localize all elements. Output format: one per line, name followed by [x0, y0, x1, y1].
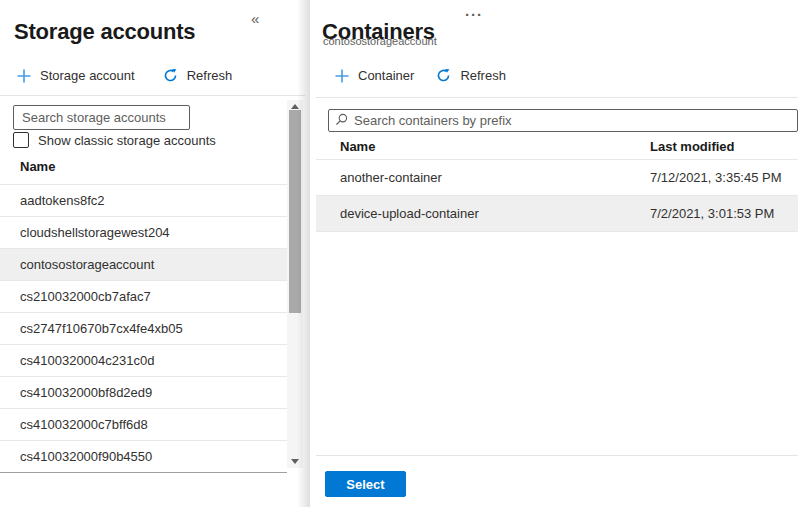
refresh-storage-accounts-button[interactable]: Refresh [161, 64, 235, 87]
storage-account-row[interactable]: cs410032000f90b4550 [0, 441, 287, 472]
refresh-icon [436, 68, 451, 83]
container-search-input[interactable] [354, 113, 791, 128]
container-search-box [328, 109, 798, 132]
storage-accounts-panel: Storage accounts « Storage account Refre… [0, 0, 310, 507]
refresh-containers-button[interactable]: Refresh [434, 64, 508, 87]
containers-table-header: Name Last modified [316, 132, 798, 160]
search-icon [335, 112, 354, 130]
plus-icon [17, 69, 31, 83]
more-options-icon[interactable]: ··· [465, 6, 483, 23]
select-button[interactable]: Select [325, 471, 406, 497]
add-container-label: Container [358, 68, 414, 83]
containers-subtitle: contosostorageaccount [323, 35, 437, 47]
container-last-modified: 7/2/2021, 3:01:53 PM [650, 196, 774, 231]
toolbar-divider [0, 95, 305, 96]
container-name: device-upload-container [340, 196, 479, 231]
storage-account-row[interactable]: aadtokens8fc2 [0, 185, 287, 217]
show-classic-checkbox[interactable] [13, 132, 29, 148]
container-row[interactable]: another-container 7/12/2021, 3:35:45 PM [316, 160, 798, 196]
toolbar-divider [316, 97, 798, 98]
collapse-panel-icon[interactable]: « [251, 10, 259, 27]
footer-divider [316, 455, 798, 456]
scroll-down-arrow-icon[interactable] [287, 454, 303, 468]
containers-toolbar: Container Refresh [333, 64, 508, 87]
refresh-icon [163, 68, 178, 83]
left-list-scrollbar[interactable] [287, 100, 303, 468]
container-name: another-container [340, 160, 442, 195]
refresh-storage-accounts-label: Refresh [187, 68, 233, 83]
refresh-containers-label: Refresh [460, 68, 506, 83]
storage-accounts-list: aadtokens8fc2 cloudshellstoragewest204 c… [0, 184, 287, 473]
storage-account-search-input[interactable] [13, 105, 190, 130]
plus-icon [335, 69, 349, 83]
storage-account-row[interactable]: cs410032000bf8d2ed9 [0, 377, 287, 409]
name-column-header: Name [20, 159, 55, 174]
storage-account-row[interactable]: cs210032000cb7afac7 [0, 281, 287, 313]
storage-account-row[interactable]: cloudshellstoragewest204 [0, 217, 287, 249]
container-row-selected[interactable]: device-upload-container 7/2/2021, 3:01:5… [316, 196, 798, 232]
name-column-header: Name [340, 139, 375, 154]
storage-account-row-selected[interactable]: contosostorageaccount [0, 249, 287, 281]
container-last-modified: 7/12/2021, 3:35:45 PM [650, 160, 782, 195]
containers-table: another-container 7/12/2021, 3:35:45 PM … [316, 160, 798, 232]
add-container-button[interactable]: Container [333, 64, 416, 87]
show-classic-label: Show classic storage accounts [38, 133, 216, 148]
containers-panel: Containers ··· contosostorageaccount Con… [310, 0, 798, 507]
storage-account-row[interactable]: cs2747f10670b7cx4fe4xb05 [0, 313, 287, 345]
azure-storage-picker: Storage accounts « Storage account Refre… [0, 0, 798, 507]
storage-account-row[interactable]: cs4100320004c231c0d [0, 345, 287, 377]
scrollbar-thumb[interactable] [289, 110, 301, 313]
storage-accounts-title: Storage accounts [14, 19, 195, 45]
last-modified-column-header: Last modified [650, 139, 735, 154]
add-storage-account-button[interactable]: Storage account [15, 64, 137, 87]
storage-accounts-toolbar: Storage account Refresh [15, 64, 234, 87]
add-storage-account-label: Storage account [40, 68, 135, 83]
storage-account-row[interactable]: cs410032000c7bff6d8 [0, 409, 287, 441]
